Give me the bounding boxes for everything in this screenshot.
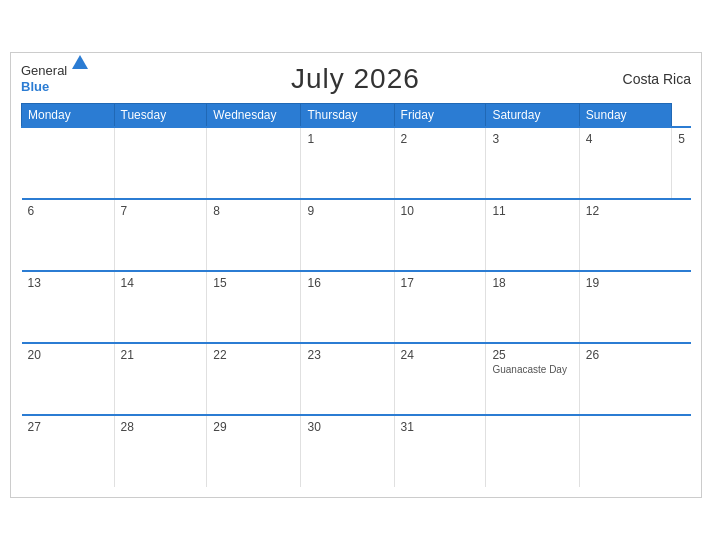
calendar-cell: 3: [486, 127, 579, 199]
calendar-week-row: 2728293031: [22, 415, 692, 487]
calendar-cell: 29: [207, 415, 301, 487]
calendar-cell: 24: [394, 343, 486, 415]
logo-text: General Blue: [21, 63, 67, 94]
calendar-cell: 15: [207, 271, 301, 343]
date-number: 3: [492, 132, 572, 146]
date-number: 20: [28, 348, 108, 362]
date-number: 7: [121, 204, 201, 218]
calendar-cell: 10: [394, 199, 486, 271]
calendar-cell: 13: [22, 271, 115, 343]
calendar-cell: 18: [486, 271, 579, 343]
logo-general: General: [21, 63, 67, 79]
date-number: 8: [213, 204, 294, 218]
logo-blue: Blue: [21, 79, 67, 95]
date-number: 18: [492, 276, 572, 290]
date-number: 27: [28, 420, 108, 434]
calendar-cell: 8: [207, 199, 301, 271]
date-number: 25: [492, 348, 572, 362]
weekday-header-tuesday: Tuesday: [114, 104, 207, 128]
date-number: 24: [401, 348, 480, 362]
date-number: 10: [401, 204, 480, 218]
date-number: 23: [307, 348, 387, 362]
calendar-cell: 1: [301, 127, 394, 199]
calendar-week-row: 12345: [22, 127, 692, 199]
date-number: 21: [121, 348, 201, 362]
date-number: 12: [586, 204, 666, 218]
calendar-cell: 22: [207, 343, 301, 415]
logo: General Blue: [21, 63, 88, 94]
calendar-cell: 11: [486, 199, 579, 271]
weekday-header-friday: Friday: [394, 104, 486, 128]
calendar-cell: 20: [22, 343, 115, 415]
weekday-header-thursday: Thursday: [301, 104, 394, 128]
calendar-cell: 4: [579, 127, 671, 199]
calendar-cell: 26: [579, 343, 671, 415]
calendar-week-row: 202122232425Guanacaste Day26: [22, 343, 692, 415]
date-number: 31: [401, 420, 480, 434]
calendar-cell: 12: [579, 199, 671, 271]
calendar-header: General Blue July 2026 Costa Rica: [21, 63, 691, 95]
calendar-cell: [22, 127, 115, 199]
calendar-cell: [207, 127, 301, 199]
date-number: 2: [401, 132, 480, 146]
month-title: July 2026: [291, 63, 420, 95]
weekday-header-monday: Monday: [22, 104, 115, 128]
date-number: 29: [213, 420, 294, 434]
logo-triangle-icon: [72, 55, 88, 69]
calendar-cell: [114, 127, 207, 199]
calendar-cell: 27: [22, 415, 115, 487]
calendar-cell: 2: [394, 127, 486, 199]
calendar-cell: 16: [301, 271, 394, 343]
date-number: 9: [307, 204, 387, 218]
calendar-cell: 21: [114, 343, 207, 415]
country-name: Costa Rica: [623, 71, 691, 87]
weekday-header-row: MondayTuesdayWednesdayThursdayFridaySatu…: [22, 104, 692, 128]
calendar-cell: 14: [114, 271, 207, 343]
date-number: 4: [586, 132, 665, 146]
date-number: 13: [28, 276, 108, 290]
calendar-cell: 31: [394, 415, 486, 487]
date-number: 19: [586, 276, 666, 290]
calendar-cell: 9: [301, 199, 394, 271]
calendar-cell: 25Guanacaste Day: [486, 343, 579, 415]
date-number: 26: [586, 348, 666, 362]
calendar-cell: 30: [301, 415, 394, 487]
calendar-cell: 17: [394, 271, 486, 343]
date-number: 5: [678, 132, 685, 146]
weekday-header-wednesday: Wednesday: [207, 104, 301, 128]
date-number: 16: [307, 276, 387, 290]
date-number: 28: [121, 420, 201, 434]
holiday-label: Guanacaste Day: [492, 364, 572, 375]
calendar-week-row: 6789101112: [22, 199, 692, 271]
weekday-header-sunday: Sunday: [579, 104, 671, 128]
calendar-cell: 6: [22, 199, 115, 271]
calendar-cell: [579, 415, 671, 487]
calendar-cell: 5: [672, 127, 691, 199]
calendar-cell: [486, 415, 579, 487]
weekday-header-saturday: Saturday: [486, 104, 579, 128]
calendar-cell: 23: [301, 343, 394, 415]
date-number: 1: [307, 132, 387, 146]
date-number: 17: [401, 276, 480, 290]
date-number: 14: [121, 276, 201, 290]
date-number: 11: [492, 204, 572, 218]
calendar-cell: 7: [114, 199, 207, 271]
calendar-container: General Blue July 2026 Costa Rica Monday…: [10, 52, 702, 498]
calendar-cell: 19: [579, 271, 671, 343]
date-number: 30: [307, 420, 387, 434]
calendar-cell: 28: [114, 415, 207, 487]
date-number: 22: [213, 348, 294, 362]
calendar-table: MondayTuesdayWednesdayThursdayFridaySatu…: [21, 103, 691, 487]
date-number: 15: [213, 276, 294, 290]
date-number: 6: [28, 204, 108, 218]
calendar-week-row: 13141516171819: [22, 271, 692, 343]
